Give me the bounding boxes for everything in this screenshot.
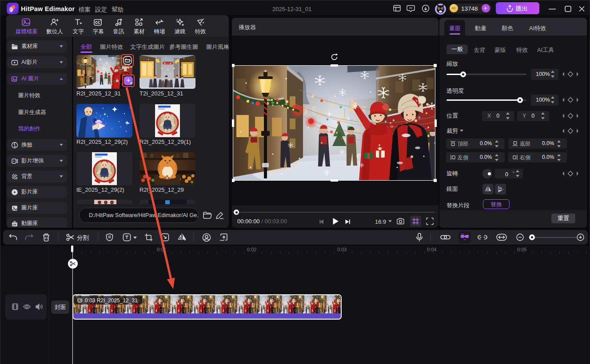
- svg-text:ON: ON: [464, 239, 466, 241]
- svg-text:GIF: GIF: [12, 223, 17, 226]
- svg-text:OFF: OFF: [461, 233, 464, 235]
